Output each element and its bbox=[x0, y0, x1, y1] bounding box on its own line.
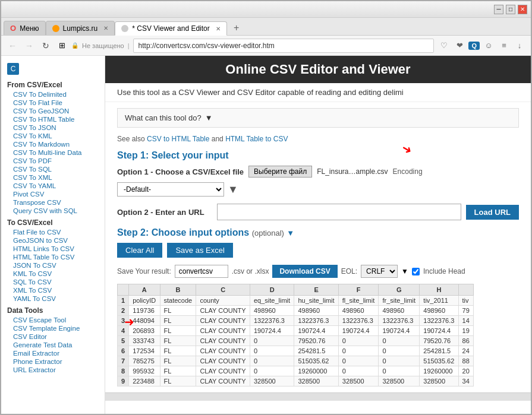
cell-g: 0 bbox=[379, 366, 420, 376]
sidebar-link-phone[interactable]: Phone Extractor bbox=[1, 357, 105, 366]
include-header-checkbox[interactable] bbox=[412, 268, 420, 275]
lumpics-favicon bbox=[52, 25, 59, 32]
sidebar-link-htmltable-csv[interactable]: HTML Table To CSV bbox=[1, 253, 105, 261]
sidebar-link-flat-csv[interactable]: Flat File to CSV bbox=[1, 228, 105, 236]
sidebar-link-generate[interactable]: Generate Test Data bbox=[1, 341, 105, 349]
forward-button[interactable]: → bbox=[23, 39, 36, 52]
content-area: Online CSV Editor and Viewer Use this to… bbox=[105, 56, 531, 414]
step2-optional: (optional) bbox=[252, 229, 284, 237]
sidebar-link-sql-csv[interactable]: SQL To CSV bbox=[1, 278, 105, 286]
sidebar-link-csv-geojson[interactable]: CSV To GeoJSON bbox=[1, 107, 105, 115]
site-title: Online CSV Editor and Viewer bbox=[225, 62, 410, 77]
sidebar-link-csv-flatfile[interactable]: CSV To Flat File bbox=[1, 99, 105, 107]
tab-menu[interactable]: O Меню bbox=[4, 21, 46, 35]
sidebar-link-escape[interactable]: CSV Escape Tool bbox=[1, 316, 105, 324]
cell-f: 0 bbox=[338, 366, 379, 376]
title-bar: ─ □ ✕ bbox=[1, 1, 531, 18]
option2-label: Option 2 - Enter an URL bbox=[117, 208, 212, 217]
cell-b: FL bbox=[160, 326, 196, 336]
label-g: fr_site_limit bbox=[379, 296, 420, 306]
encoding-label: Encoding bbox=[393, 167, 423, 176]
back-button[interactable]: ← bbox=[6, 39, 19, 52]
sidebar-link-csv-sql[interactable]: CSV To SQL bbox=[1, 165, 105, 173]
row-num: 2 bbox=[118, 306, 129, 316]
load-url-button[interactable]: Load URL bbox=[466, 205, 519, 220]
tab-csv[interactable]: * CSV Viewer and Editor ✕ bbox=[115, 21, 227, 36]
grid-icon[interactable]: ⊞ bbox=[56, 40, 68, 52]
eol-select[interactable]: CRLF bbox=[361, 265, 398, 278]
cell-h: 328500 bbox=[420, 376, 458, 387]
tab-lumpics-close[interactable]: ✕ bbox=[103, 25, 108, 31]
sidebar-link-csv-delimited[interactable]: CSV To Delimited bbox=[1, 90, 105, 99]
sidebar-link-xml-csv[interactable]: XML To CSV bbox=[1, 286, 105, 294]
table-row: 4 206893 FL CLAY COUNTY 190724.4 190724.… bbox=[118, 326, 474, 336]
file-choose-button[interactable]: Выберите файл bbox=[248, 166, 312, 178]
vk-icon[interactable]: Q bbox=[468, 42, 480, 50]
tool-dropdown[interactable]: What can this tool do? ▼ bbox=[117, 108, 519, 128]
maximize-button[interactable]: □ bbox=[506, 5, 515, 14]
url-input[interactable] bbox=[217, 204, 461, 220]
also-see-link1[interactable]: CSV to HTML Table bbox=[147, 135, 209, 143]
sidebar-link-transpose[interactable]: Transpose CSV bbox=[1, 198, 105, 207]
tab-lumpics-label: Lumpics.ru bbox=[63, 24, 98, 33]
cell-d: 0 bbox=[250, 356, 294, 366]
cell-f: 190724.4 bbox=[338, 326, 379, 336]
sidebar-link-pivot[interactable]: Pivot CSV bbox=[1, 190, 105, 198]
tab-lumpics[interactable]: Lumpics.ru ✕ bbox=[46, 21, 115, 35]
save-name-input[interactable] bbox=[175, 265, 228, 278]
clear-all-button[interactable]: Clear All bbox=[117, 243, 162, 258]
sidebar-link-query[interactable]: Query CSV with SQL bbox=[1, 207, 105, 215]
sidebar-link-csv-xml[interactable]: CSV To XML bbox=[1, 173, 105, 182]
step2-title-text: Step 2: Choose input options bbox=[117, 227, 249, 237]
sidebar-link-yaml-csv[interactable]: YAML To CSV bbox=[1, 294, 105, 303]
col-header-c: C bbox=[196, 284, 250, 296]
sidebar-link-url[interactable]: URL Extractor bbox=[1, 366, 105, 374]
sidebar-link-csv-multiline[interactable]: CSV To Multi-line Data bbox=[1, 148, 105, 157]
user-icon[interactable]: ☺ bbox=[482, 39, 495, 52]
cell-i: 88 bbox=[458, 356, 473, 366]
sidebar-link-htmllinks-csv[interactable]: HTML Links To CSV bbox=[1, 245, 105, 253]
menu-icon[interactable]: ≡ bbox=[498, 39, 511, 52]
dropdown-arrow-icon: ▼ bbox=[205, 113, 213, 122]
table-row: 9 223488 FL CLAY COUNTY 328500 328500 32… bbox=[118, 376, 474, 387]
arrow-annotation-2: ➜ bbox=[124, 315, 134, 329]
sidebar-link-kml-csv[interactable]: KML To CSV bbox=[1, 270, 105, 278]
sidebar-link-csv-kml[interactable]: CSV To KML bbox=[1, 132, 105, 140]
encoding-select[interactable]: -Default- bbox=[117, 182, 224, 197]
cell-e: 254281.5 bbox=[294, 346, 338, 356]
sidebar-link-csv-htmltable[interactable]: CSV To HTML Table bbox=[1, 115, 105, 123]
sidebar-link-csv-yaml[interactable]: CSV To YAML bbox=[1, 182, 105, 190]
address-input[interactable] bbox=[133, 39, 435, 53]
bookmark-icon[interactable]: ♡ bbox=[437, 39, 451, 52]
sidebar-link-geojson-csv[interactable]: GeoJSON to CSV bbox=[1, 236, 105, 245]
cell-g: 0 bbox=[379, 356, 420, 366]
cell-e: 190724.4 bbox=[294, 326, 338, 336]
horizontal-scrollbar[interactable] bbox=[105, 392, 531, 401]
sidebar-link-csv-markdown[interactable]: CSV To Markdown bbox=[1, 140, 105, 148]
sidebar-link-csv-json[interactable]: CSV To JSON bbox=[1, 123, 105, 132]
heart-icon[interactable]: ❤ bbox=[453, 39, 466, 52]
cell-c: CLAY COUNTY bbox=[196, 366, 250, 376]
close-button[interactable]: ✕ bbox=[518, 5, 527, 14]
sidebar-to-title: To CSV/Excel bbox=[1, 215, 105, 228]
new-tab-button[interactable]: + bbox=[229, 21, 244, 35]
sidebar-link-editor[interactable]: CSV Editor bbox=[1, 332, 105, 341]
sidebar-link-template[interactable]: CSV Template Engine bbox=[1, 324, 105, 332]
cell-h: 190724.4 bbox=[420, 326, 458, 336]
also-see-link2[interactable]: HTML Table to CSV bbox=[225, 135, 288, 143]
download-csv-button[interactable]: Download CSV bbox=[272, 265, 337, 278]
sidebar-link-email[interactable]: Email Extractor bbox=[1, 349, 105, 357]
browser-window: ─ □ ✕ O Меню Lumpics.ru ✕ * CSV Viewer a… bbox=[0, 0, 532, 415]
download-browser-icon[interactable]: ↓ bbox=[513, 39, 526, 52]
step1-title: Step 1: Select your input bbox=[117, 150, 519, 161]
tab-csv-close[interactable]: ✕ bbox=[216, 26, 221, 32]
cell-i: 14 bbox=[458, 316, 473, 326]
reload-button[interactable]: ↻ bbox=[39, 39, 52, 52]
save-excel-button[interactable]: Save as Excel bbox=[167, 243, 232, 258]
sidebar-link-csv-pdf[interactable]: CSV To PDF bbox=[1, 157, 105, 165]
site-subheader: Use this tool as a CSV Viewer and CSV Ed… bbox=[105, 83, 531, 102]
minimize-button[interactable]: ─ bbox=[494, 5, 503, 14]
select-arrow-icon[interactable]: ▼ bbox=[228, 183, 238, 196]
option2-row: Option 2 - Enter an URL Load URL bbox=[117, 204, 519, 220]
sidebar-link-json-csv[interactable]: JSON To CSV bbox=[1, 261, 105, 270]
